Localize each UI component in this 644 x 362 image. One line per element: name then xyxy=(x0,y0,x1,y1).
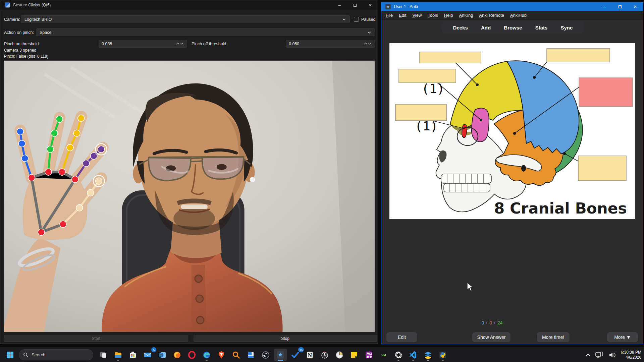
more-time-button[interactable]: More time! xyxy=(536,332,570,343)
menu-file[interactable]: File xyxy=(383,11,396,20)
taskbar-todo[interactable]: 15 xyxy=(288,349,302,361)
anki-window: ★ User 1 - Anki – ✕ File Edit View Tools… xyxy=(381,2,643,344)
tab-browse[interactable]: Browse xyxy=(504,25,522,31)
system-tray: 6:30:38 PM 4/6/2026 xyxy=(585,347,641,362)
desktop: Gesture Clicker (Qt6) – ✕ Camera: Logite… xyxy=(0,0,644,362)
taskbar-file-explorer[interactable] xyxy=(111,349,125,361)
taskbar-search-app[interactable] xyxy=(229,349,243,361)
count-note-2: (1) xyxy=(415,119,438,133)
pinch-on-spinbox[interactable]: 0.035 xyxy=(99,40,187,48)
edit-button[interactable]: Edit xyxy=(386,332,418,343)
anki-titlebar[interactable]: ★ User 1 - Anki – ✕ xyxy=(381,2,643,11)
taskbar-opera[interactable] xyxy=(185,349,199,361)
volume-icon[interactable] xyxy=(609,352,616,358)
more-button[interactable]: More ▼ xyxy=(607,332,638,343)
stop-button[interactable]: Stop xyxy=(194,335,377,342)
taskbar-clock[interactable]: 6:30:38 PM 4/6/2026 xyxy=(621,350,641,360)
start-button[interactable]: Start xyxy=(4,335,188,342)
maximize-button[interactable] xyxy=(612,2,628,11)
flashcard: (1) (1) 8 Cranial Bones xyxy=(389,43,635,219)
taskbar-brave[interactable] xyxy=(215,349,228,361)
due-counts: 0 + 0 + 24 xyxy=(381,320,603,325)
close-button[interactable]: ✕ xyxy=(628,2,643,11)
taskbar-anki-active[interactable] xyxy=(274,349,287,361)
teeth xyxy=(181,204,208,209)
taskbar-sticky-notes[interactable] xyxy=(347,349,361,361)
task-view-icon xyxy=(99,351,108,359)
paused-label: Paused xyxy=(361,17,375,22)
tab-decks[interactable]: Decks xyxy=(453,25,468,31)
gesture-titlebar[interactable]: Gesture Clicker (Qt6) – ✕ xyxy=(0,0,378,10)
tab-sync[interactable]: Sync xyxy=(561,25,573,31)
search-icon xyxy=(23,352,29,358)
pinch-off-spinbox[interactable]: 0.050 xyxy=(286,40,375,48)
webcam-feed xyxy=(4,60,375,332)
clock-time: 6:30:38 PM xyxy=(621,350,641,355)
count-note-1: (1) xyxy=(422,81,445,96)
vm-icon: VM xyxy=(379,351,388,359)
menu-view[interactable]: View xyxy=(409,11,425,20)
taskbar-python[interactable] xyxy=(436,349,449,361)
tab-stats[interactable]: Stats xyxy=(535,25,548,31)
taskbar-obs[interactable] xyxy=(259,349,272,361)
show-answer-button[interactable]: Show Answer xyxy=(472,332,511,343)
shirt-button xyxy=(195,275,202,282)
clock-icon xyxy=(335,351,344,359)
spinner-arrows-icon[interactable] xyxy=(363,42,372,46)
photo-tool-icon xyxy=(365,351,373,359)
minimize-button[interactable]: – xyxy=(597,2,612,11)
taskbar-microsoft-store[interactable] xyxy=(126,349,140,361)
close-button[interactable]: ✕ xyxy=(363,0,378,10)
spinner-arrows-icon[interactable] xyxy=(175,42,184,46)
mail-icon xyxy=(143,351,152,359)
camera-select[interactable]: Logitech BRIO xyxy=(21,15,350,23)
blank-box-lacrimal xyxy=(395,104,446,121)
taskbar-timer-app[interactable] xyxy=(318,349,331,361)
pinch-on-value: 0.035 xyxy=(102,42,112,46)
taskbar-mail[interactable]: 5 xyxy=(141,349,154,361)
maximize-button[interactable] xyxy=(347,0,363,10)
taskbar-outlook[interactable] xyxy=(156,349,169,361)
layers-icon xyxy=(424,351,432,359)
blank-box-occipital xyxy=(578,156,626,181)
pinch-on-label: Pinch on threshold: xyxy=(4,42,40,46)
tray-chevron-icon[interactable] xyxy=(585,353,591,357)
menu-ankihub[interactable]: AnkiHub xyxy=(507,11,530,20)
taskbar-edge[interactable] xyxy=(200,349,213,361)
taskbar-notion[interactable]: N xyxy=(303,349,317,361)
chatgpt-icon xyxy=(394,351,403,359)
action-select[interactable]: Space xyxy=(36,28,375,36)
menu-anki-remote[interactable]: Anki Remote xyxy=(476,11,507,20)
start-button[interactable] xyxy=(3,349,17,361)
chevron-down-icon xyxy=(367,31,371,34)
menu-help[interactable]: Help xyxy=(441,11,456,20)
taskbar-chatgpt[interactable] xyxy=(392,349,405,361)
taskbar-vm-app[interactable]: VM xyxy=(377,349,390,361)
teeth xyxy=(441,174,491,192)
taskbar-vscode[interactable] xyxy=(407,349,420,361)
minimize-button[interactable]: – xyxy=(332,0,347,10)
menu-anking[interactable]: AnKing xyxy=(456,11,476,20)
taskbar-clock-app[interactable] xyxy=(333,349,346,361)
tab-add[interactable]: Add xyxy=(481,25,491,31)
taskbar-photo-tool[interactable] xyxy=(362,349,376,361)
python-icon xyxy=(438,351,447,359)
anki-window-title: User 1 - Anki xyxy=(394,4,418,9)
svg-text:N: N xyxy=(308,352,312,358)
taskbar-movies-tv[interactable] xyxy=(244,349,258,361)
edge-icon xyxy=(202,351,211,359)
paused-checkbox[interactable] xyxy=(354,17,359,22)
search-placeholder: Search xyxy=(32,352,45,357)
network-icon[interactable] xyxy=(595,352,604,358)
menu-tools[interactable]: Tools xyxy=(425,11,441,20)
sticky-note-icon xyxy=(350,351,359,359)
taskbar-layers-app[interactable] xyxy=(421,349,435,361)
highlight-box-temporal xyxy=(579,78,633,107)
chevron-down-icon xyxy=(342,18,346,21)
taskbar-firefox[interactable] xyxy=(170,349,184,361)
menu-edit[interactable]: Edit xyxy=(396,11,409,20)
taskbar-task-view[interactable] xyxy=(97,349,110,361)
search-input[interactable]: Search xyxy=(19,349,93,360)
camera-label: Camera: xyxy=(4,17,20,22)
new-count: 0 xyxy=(481,320,484,325)
